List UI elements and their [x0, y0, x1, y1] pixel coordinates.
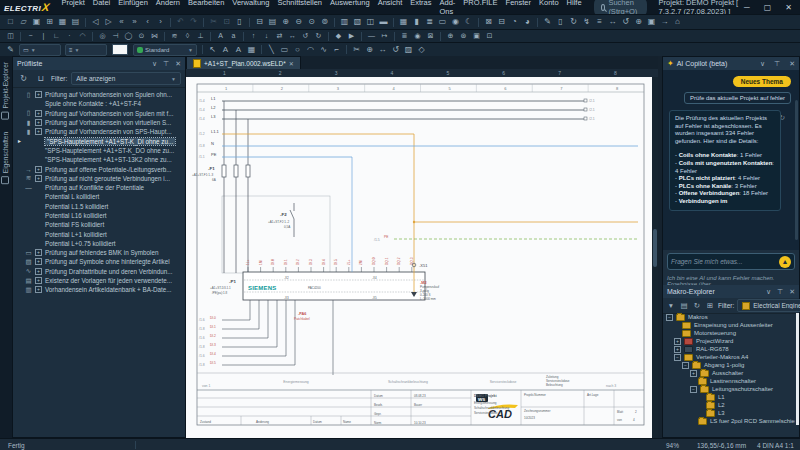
- zoom-in-icon[interactable]: ⊕: [279, 16, 292, 28]
- select-pointer-icon[interactable]: ↖: [206, 44, 219, 56]
- expand-icon[interactable]: −: [690, 386, 697, 393]
- home-icon[interactable]: ⌂: [671, 16, 684, 28]
- form-icon[interactable]: ▭: [436, 16, 449, 28]
- check-item[interactable]: "SPS-Hauptelement +A1+ST-13K2 ohne zu...: [13, 155, 185, 164]
- visibility-icon[interactable]: ◉: [411, 30, 424, 42]
- lock-icon[interactable]: ⊠: [424, 30, 437, 42]
- new-topic-button[interactable]: Neues Thema: [733, 76, 791, 87]
- move-icon[interactable]: ↔: [606, 16, 619, 28]
- check-item[interactable]: Potential L+1 kollidiert: [13, 229, 185, 238]
- connector-icon[interactable]: ⋈: [148, 30, 161, 42]
- symbol-insert-icon[interactable]: ◫: [4, 30, 17, 42]
- shield-icon[interactable]: ◊: [181, 30, 194, 42]
- eye-icon[interactable]: ◉: [449, 16, 462, 28]
- canvas-vertical-scrollbar[interactable]: [652, 77, 658, 438]
- layer-dropdown[interactable]: ≡▼: [65, 44, 107, 56]
- arrow-down-icon[interactable]: ↓: [260, 30, 273, 42]
- align-icon[interactable]: ≡: [593, 16, 606, 28]
- expand-icon[interactable]: +: [35, 286, 42, 293]
- export-icon[interactable]: ⊠: [482, 16, 495, 28]
- makro-tree-item[interactable]: Einspeisung und Aussenleiter: [663, 321, 795, 329]
- maximize-button[interactable]: ▢: [764, 3, 772, 12]
- refresh-icon[interactable]: ↻: [692, 300, 702, 312]
- refresh-icon[interactable]: ↻: [17, 73, 30, 85]
- page-first-icon[interactable]: «: [115, 16, 128, 28]
- expand-icon[interactable]: +: [35, 166, 42, 173]
- rotate-icon[interactable]: ↺: [619, 16, 632, 28]
- line-tool-icon[interactable]: ╲: [265, 44, 278, 56]
- check-item[interactable]: "SPS-Hauptelement +A1+ST-K_DO ohne zu...: [13, 146, 185, 155]
- check-item[interactable]: ▮+Prüfung auf Vorhandensein von SPS-Haup…: [13, 127, 185, 136]
- close-panel-icon[interactable]: ✕: [789, 288, 795, 296]
- attribute-icon[interactable]: a: [227, 30, 240, 42]
- rect-tool-icon[interactable]: ▭: [278, 44, 291, 56]
- document-tab-close-icon[interactable]: ✕: [289, 60, 294, 67]
- close-panel-icon[interactable]: ✕: [175, 60, 181, 68]
- check-item[interactable]: ▯+Prüfung auf Vorhandensein von Spulen m…: [13, 109, 185, 118]
- expand-icon[interactable]: +: [35, 249, 42, 256]
- makro-tree-item[interactable]: L1: [663, 393, 795, 401]
- check-item[interactable]: ▤+Existenz der Vorlagen für jeden verwen…: [13, 276, 185, 285]
- expand-icon[interactable]: +: [690, 370, 697, 377]
- macro-create-icon[interactable]: ⊕: [444, 30, 457, 42]
- side-tab-projekt-explorer[interactable]: Projekt-Explorer: [0, 56, 10, 126]
- pdf-import-icon[interactable]: ▧: [351, 16, 364, 28]
- chevron-down-icon[interactable]: ∨: [152, 60, 157, 68]
- save-as-icon[interactable]: ▦: [56, 16, 69, 28]
- expand-icon[interactable]: +: [35, 175, 42, 182]
- junction-dot-icon[interactable]: ·: [63, 30, 76, 42]
- flash-icon[interactable]: ↯: [580, 16, 593, 28]
- dropdown-caret-icon[interactable]: ▾: [666, 300, 676, 312]
- text-attribute-icon[interactable]: A: [232, 44, 245, 56]
- grid-icon[interactable]: ▦: [245, 44, 258, 56]
- expand-icon[interactable]: +: [674, 338, 681, 345]
- copy-icon[interactable]: ⊡: [220, 16, 233, 28]
- expand-icon[interactable]: +: [35, 277, 42, 284]
- makro-tree-item[interactable]: −Leitungsschutzschalter: [663, 385, 795, 393]
- pointer-flag-icon[interactable]: ▶: [345, 30, 358, 42]
- macro-place-icon[interactable]: ⊛: [457, 30, 470, 42]
- cabinet-icon[interactable]: ▮: [410, 16, 423, 28]
- check-item[interactable]: ▭+Prüfung auf fehlendes BMK in Symbolen: [13, 248, 185, 257]
- pe-ground-icon[interactable]: ⊥: [194, 30, 207, 42]
- expand-icon[interactable]: +: [35, 128, 42, 135]
- line-style-dropdown[interactable]: ▭▼: [19, 44, 61, 56]
- makro-tree-item[interactable]: +ProjectWizard: [663, 337, 795, 345]
- ai-send-button[interactable]: ▲: [779, 256, 791, 268]
- makro-tree-item[interactable]: −Makros: [663, 313, 795, 321]
- check-item[interactable]: ≋+Prüfung auf nicht geroutete Verbindung…: [13, 174, 185, 183]
- new-folder-icon[interactable]: ▤: [679, 300, 689, 312]
- nav-forward-icon[interactable]: ▷: [102, 16, 115, 28]
- cable-icon[interactable]: ≋: [168, 30, 181, 42]
- macro-box-icon[interactable]: ◫: [364, 16, 377, 28]
- page-next-icon[interactable]: ›: [154, 16, 167, 28]
- print-icon[interactable]: ▤: [69, 16, 82, 28]
- expand-icon[interactable]: +: [35, 258, 42, 265]
- expand-icon[interactable]: −: [666, 314, 673, 321]
- table-icon[interactable]: ▦: [397, 16, 410, 28]
- measure-icon[interactable]: ↦: [378, 30, 391, 42]
- makro-tree-item[interactable]: −Abgang 1-polig: [663, 361, 795, 369]
- paste-icon[interactable]: ▯: [233, 16, 246, 28]
- circle-tool-icon[interactable]: ○: [291, 44, 304, 56]
- zoom-selection-icon[interactable]: ⊕: [632, 16, 645, 28]
- chevron-down-icon[interactable]: ∨: [766, 288, 771, 296]
- check-item[interactable]: Potential L1.5 kollidiert: [13, 202, 185, 211]
- meter-icon[interactable]: ▯: [554, 16, 567, 28]
- arc-tool-icon[interactable]: ◠: [304, 44, 317, 56]
- makro-filter-dropdown[interactable]: Electrical Engineering ...: [737, 299, 800, 312]
- night-mode-icon[interactable]: ☾: [462, 16, 475, 28]
- check-item[interactable]: Spule ohne Kontakte : +A1+ST-F4: [13, 99, 185, 108]
- style-dropdown[interactable]: Standard▼: [133, 44, 197, 56]
- page-prev-icon[interactable]: ‹: [141, 16, 154, 28]
- zoom-out-icon[interactable]: ⊖: [292, 16, 305, 28]
- check-item[interactable]: ▨+Prüfung auf Symbole ohne hinterlegte A…: [13, 257, 185, 266]
- marker-icon[interactable]: ◆: [332, 30, 345, 42]
- makro-tree-item[interactable]: Lasttrennschalter: [663, 377, 795, 385]
- pin-icon[interactable]: ⊤: [777, 288, 783, 296]
- expand-icon[interactable]: −: [682, 362, 689, 369]
- copy-icon[interactable]: ⊞: [705, 300, 715, 312]
- redo-icon[interactable]: ↷: [187, 16, 200, 28]
- terminal-icon[interactable]: ⊙: [135, 30, 148, 42]
- makro-tree-item[interactable]: +RAL-RG678: [663, 345, 795, 353]
